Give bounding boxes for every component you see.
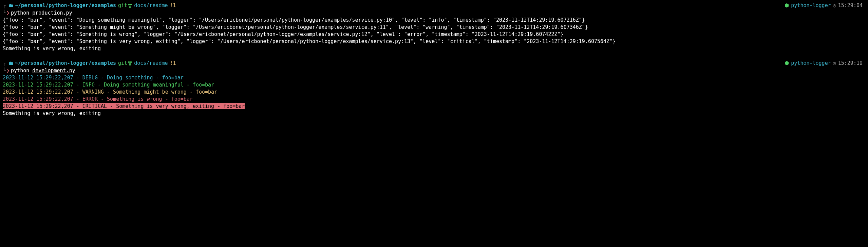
svg-point-5: [130, 64, 131, 65]
command-file: development.py: [32, 68, 75, 74]
spacer: [3, 52, 865, 59]
folder-icon: 🖿: [8, 2, 14, 9]
output-line: {"foo": "bar", "event": "Doing something…: [3, 17, 865, 24]
project-name: python-logger: [791, 60, 831, 67]
log-line-info: 2023-11-12 15:29:22,207 - INFO - Doing s…: [3, 81, 865, 89]
bracket-cont-icon: ╰: [3, 67, 6, 74]
prompt-line[interactable]: ╭ 🖿 ~/personal/python-logger/examples gi…: [3, 60, 865, 67]
svg-point-0: [129, 4, 130, 5]
cwd-path: ~/personal/python-logger/examples: [15, 2, 116, 9]
log-line-error: 2023-11-12 15:29:22,207 - ERROR - Someth…: [3, 96, 865, 103]
svg-point-3: [129, 61, 130, 62]
command-line[interactable]: ╰ ❯ python development.py: [3, 67, 865, 74]
log-line-warning: 2023-11-12 15:29:22,207 - WARNING - Some…: [3, 89, 865, 96]
svg-point-2: [130, 6, 131, 7]
prompt-line[interactable]: ╭ 🖿 ~/personal/python-logger/examples gi…: [3, 2, 865, 9]
svg-point-1: [131, 4, 132, 5]
output-line: {"foo": "bar", "event": "Something might…: [3, 24, 865, 31]
output-line: Something is very wrong, exiting: [3, 45, 865, 52]
bracket-cont-icon: ╰: [3, 10, 6, 17]
log-line-critical: 2023-11-12 15:29:22,207 - CRITICAL - Som…: [3, 103, 865, 110]
command-text: python production.py: [11, 10, 72, 17]
command-name: python: [11, 10, 29, 16]
git-changes: !1: [170, 2, 176, 9]
bracket-open-icon: ╭: [3, 2, 6, 9]
command-name: python: [11, 68, 29, 74]
bracket-open-icon: ╭: [3, 60, 6, 67]
prompt-angle-icon: ❯: [6, 10, 10, 17]
output-line: {"foo": "bar", "event": "Something is ve…: [3, 38, 865, 45]
branch-name: docs/readme: [134, 2, 168, 9]
git-branch-icon: [128, 60, 132, 67]
output-line: {"foo": "bar", "event": "Something is wr…: [3, 31, 865, 38]
hex-icon: ⬢: [785, 2, 789, 9]
branch-name: docs/readme: [134, 60, 168, 67]
clock-icon: ◷: [833, 60, 836, 67]
output-line: Something is very wrong, exiting: [3, 110, 865, 117]
status-right: ⬢ python-logger ◷ 15:29:19: [785, 60, 863, 67]
command-file: production.py: [32, 10, 72, 16]
prompt-angle-icon: ❯: [6, 67, 10, 74]
prompt-time: 15:29:04: [838, 2, 863, 9]
git-label: git: [118, 60, 127, 67]
status-right: ⬢ python-logger ◷ 15:29:04: [785, 2, 863, 9]
cwd-path: ~/personal/python-logger/examples: [15, 60, 116, 67]
prompt-time: 15:29:19: [838, 60, 863, 67]
command-text: python development.py: [11, 67, 75, 74]
git-changes: !1: [170, 60, 176, 67]
terminal-block-2: ╭ 🖿 ~/personal/python-logger/examples gi…: [3, 60, 865, 117]
log-line-debug: 2023-11-12 15:29:22,207 - DEBUG - Doing …: [3, 74, 865, 81]
git-label: git: [118, 2, 127, 9]
folder-icon: 🖿: [8, 60, 14, 67]
git-branch-icon: [128, 2, 132, 9]
svg-point-4: [131, 61, 132, 62]
project-name: python-logger: [791, 2, 831, 9]
clock-icon: ◷: [833, 2, 836, 9]
terminal-block-1: ╭ 🖿 ~/personal/python-logger/examples gi…: [3, 2, 865, 52]
hex-icon: ⬢: [785, 60, 789, 67]
command-line[interactable]: ╰ ❯ python production.py: [3, 10, 865, 17]
